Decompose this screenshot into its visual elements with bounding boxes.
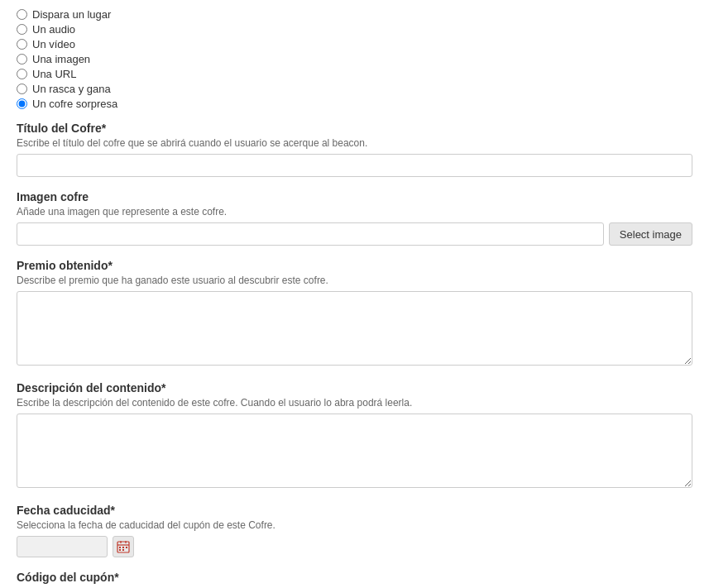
descripcion-description: Escribe la descripción del contenido de …	[17, 397, 692, 409]
calendar-icon	[117, 540, 130, 553]
fecha-input[interactable]	[17, 536, 108, 557]
radio-item-cofre: Un cofre sorpresa	[17, 98, 692, 110]
codigo-section: Código del cupón* Escribe el código del …	[17, 571, 692, 588]
radio-imagen-label[interactable]: Una imagen	[32, 53, 90, 65]
radio-item-video: Un vídeo	[17, 38, 692, 50]
titulo-title: Título del Cofre*	[17, 122, 692, 135]
premio-description: Describe el premio que ha ganado este us…	[17, 275, 692, 286]
imagen-title: Imagen cofre	[17, 190, 692, 203]
radio-item-lugar: Dispara un lugar	[17, 8, 692, 21]
premio-section: Premio obtenido* Describe el premio que …	[17, 259, 692, 368]
imagen-section: Imagen cofre Añade una imagen que repres…	[17, 190, 692, 246]
radio-item-rasca: Un rasca y gana	[17, 83, 692, 95]
radio-item-audio: Un audio	[17, 23, 692, 36]
page-container: Dispara un lugar Un audio Un vídeo Una i…	[0, 0, 709, 588]
radio-lugar-label[interactable]: Dispara un lugar	[32, 8, 111, 21]
radio-item-imagen: Una imagen	[17, 53, 692, 65]
fecha-section: Fecha caducidad* Selecciona la fecha de …	[17, 504, 692, 557]
svg-rect-4	[119, 547, 121, 548]
descripcion-section: Descripción del contenido* Escribe la de…	[17, 381, 692, 490]
radio-url[interactable]	[17, 69, 27, 79]
premio-title: Premio obtenido*	[17, 259, 692, 272]
imagen-description: Añade una imagen que represente a este c…	[17, 206, 692, 218]
titulo-section: Título del Cofre* Escribe el título del …	[17, 122, 692, 177]
titulo-input[interactable]	[17, 154, 692, 177]
descripcion-textarea[interactable]	[17, 414, 692, 488]
select-image-button[interactable]: Select image	[609, 222, 692, 246]
radio-cofre[interactable]	[17, 98, 27, 109]
radio-audio-label[interactable]: Un audio	[32, 23, 75, 36]
date-row	[17, 536, 692, 557]
radio-rasca-label[interactable]: Un rasca y gana	[32, 83, 111, 95]
svg-rect-7	[119, 549, 121, 551]
imagen-path-input[interactable]	[17, 222, 604, 246]
titulo-description: Escribe el título del cofre que se abrir…	[17, 137, 692, 149]
radio-cofre-label[interactable]: Un cofre sorpresa	[32, 98, 117, 110]
codigo-title: Código del cupón*	[17, 571, 692, 584]
radio-group: Dispara un lugar Un audio Un vídeo Una i…	[17, 8, 692, 110]
fecha-title: Fecha caducidad*	[17, 504, 692, 517]
radio-url-label[interactable]: Una URL	[32, 68, 76, 80]
image-input-row: Select image	[17, 222, 692, 246]
radio-imagen[interactable]	[17, 54, 27, 65]
radio-video-label[interactable]: Un vídeo	[32, 38, 75, 50]
premio-textarea[interactable]	[17, 291, 692, 366]
radio-audio[interactable]	[17, 24, 27, 35]
descripcion-title: Descripción del contenido*	[17, 381, 692, 394]
fecha-description: Selecciona la fecha de caducidad del cup…	[17, 519, 692, 531]
radio-video[interactable]	[17, 39, 27, 50]
svg-rect-8	[122, 549, 124, 551]
calendar-button[interactable]	[113, 536, 134, 557]
radio-rasca[interactable]	[17, 84, 27, 94]
svg-rect-5	[122, 547, 124, 548]
radio-item-url: Una URL	[17, 68, 692, 80]
radio-lugar[interactable]	[17, 9, 27, 20]
svg-rect-6	[126, 547, 127, 548]
